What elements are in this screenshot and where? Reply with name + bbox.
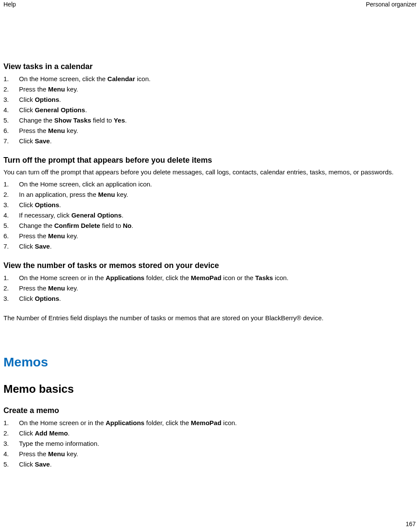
page-number: 167 <box>406 521 416 527</box>
step-number: 2. <box>3 428 19 439</box>
step-number: 3. <box>3 439 19 449</box>
step-item: 4.Press the Menu key. <box>3 449 417 459</box>
bold-term: No <box>123 222 132 229</box>
step-number: 4. <box>3 105 19 115</box>
bold-term: Menu <box>48 127 65 134</box>
step-text: On the Home screen or in the Application… <box>19 418 417 428</box>
step-item: 2.Press the Menu key. <box>3 84 417 95</box>
step-item: 6.Press the Menu key. <box>3 126 417 136</box>
step-text: Type the memo information. <box>19 439 417 449</box>
bold-term: Menu <box>48 450 65 457</box>
section2-intro: You can turn off the prompt that appears… <box>3 167 417 177</box>
bold-term: Add Memo <box>35 429 68 437</box>
section4-title: Create a memo <box>3 406 417 415</box>
step-item: 1.On the Home screen or in the Applicati… <box>3 273 417 283</box>
step-text: Press the Menu key. <box>19 231 417 241</box>
step-item: 3.Click Options. <box>3 95 417 105</box>
step-number: 5. <box>3 459 19 470</box>
step-number: 2. <box>3 189 19 200</box>
step-number: 1. <box>3 418 19 428</box>
step-number: 3. <box>3 200 19 210</box>
chapter-title: Memos <box>3 355 417 369</box>
step-text: Click Options. <box>19 200 417 210</box>
bold-term: Options <box>35 96 60 103</box>
step-number: 6. <box>3 126 19 136</box>
step-text: In an application, press the Menu key. <box>19 189 417 200</box>
step-number: 3. <box>3 293 19 304</box>
step-item: 2.In an application, press the Menu key. <box>3 189 417 200</box>
section1-steps: 1.On the Home screen, click the Calendar… <box>3 74 417 146</box>
step-item: 6.Press the Menu key. <box>3 231 417 241</box>
header-right: Personal organizer <box>366 1 417 8</box>
step-item: 4.Click General Options. <box>3 105 417 115</box>
step-number: 4. <box>3 210 19 221</box>
bold-term: Save <box>35 461 50 468</box>
bold-term: Save <box>35 243 50 250</box>
step-text: Press the Menu key. <box>19 449 417 459</box>
bold-term: Confirm Delete <box>54 222 100 229</box>
header-left: Help <box>3 1 16 8</box>
bold-term: General Options <box>71 211 122 219</box>
bold-term: Options <box>35 201 60 208</box>
page-header: Help Personal organizer <box>3 0 417 8</box>
step-number: 2. <box>3 283 19 293</box>
step-text: Click Options. <box>19 293 417 304</box>
section3-title: View the number of tasks or memos stored… <box>3 261 417 270</box>
step-item: 1.On the Home screen, click an applicati… <box>3 179 417 189</box>
step-number: 4. <box>3 449 19 459</box>
step-item: 4.If necessary, click General Options. <box>3 210 417 221</box>
section3-outro: The Number of Entries field displays the… <box>3 313 417 323</box>
step-text: Change the Show Tasks field to Yes. <box>19 115 417 126</box>
step-item: 2.Click Add Memo. <box>3 428 417 439</box>
step-item: 7.Click Save. <box>3 241 417 252</box>
step-text: Press the Menu key. <box>19 283 417 293</box>
section3-steps: 1.On the Home screen or in the Applicati… <box>3 273 417 304</box>
bold-term: Calendar <box>107 75 135 82</box>
section2-steps: 1.On the Home screen, click an applicati… <box>3 179 417 252</box>
bold-term: Save <box>35 137 50 145</box>
step-text: Press the Menu key. <box>19 126 417 136</box>
page-content: View tasks in a calendar 1.On the Home s… <box>3 8 417 470</box>
bold-term: Tasks <box>255 274 273 281</box>
section1-title: View tasks in a calendar <box>3 62 417 71</box>
bold-term: Menu <box>48 284 65 292</box>
step-number: 6. <box>3 231 19 241</box>
bold-term: Menu <box>98 191 115 198</box>
step-item: 1.On the Home screen, click the Calendar… <box>3 74 417 84</box>
step-text: On the Home screen, click the Calendar i… <box>19 74 417 84</box>
bold-term: Menu <box>48 232 65 240</box>
step-text: Click Save. <box>19 241 417 252</box>
bold-term: Show Tasks <box>54 117 91 124</box>
bold-term: MemoPad <box>191 419 222 426</box>
bold-term: MemoPad <box>191 274 222 281</box>
bold-term: Applications <box>106 274 144 281</box>
step-text: Click Options. <box>19 95 417 105</box>
step-number: 5. <box>3 115 19 126</box>
step-number: 3. <box>3 95 19 105</box>
step-number: 1. <box>3 273 19 283</box>
page-footer: 167 <box>406 521 416 527</box>
step-item: 1.On the Home screen or in the Applicati… <box>3 418 417 428</box>
step-number: 5. <box>3 221 19 231</box>
step-item: 3.Type the memo information. <box>3 439 417 449</box>
step-text: Click Save. <box>19 459 417 470</box>
section2-title: Turn off the prompt that appears before … <box>3 156 417 165</box>
step-text: If necessary, click General Options. <box>19 210 417 221</box>
step-item: 5.Change the Show Tasks field to Yes. <box>3 115 417 126</box>
step-text: Change the Confirm Delete field to No. <box>19 221 417 231</box>
bold-term: General Options <box>35 106 85 114</box>
step-text: Click Save. <box>19 136 417 146</box>
step-text: On the Home screen, click an application… <box>19 179 417 189</box>
bold-term: Options <box>35 295 60 302</box>
step-text: On the Home screen or in the Application… <box>19 273 417 283</box>
bold-term: Yes <box>114 117 125 124</box>
step-number: 1. <box>3 179 19 189</box>
step-number: 7. <box>3 241 19 252</box>
step-item: 7.Click Save. <box>3 136 417 146</box>
step-item: 5.Change the Confirm Delete field to No. <box>3 221 417 231</box>
step-item: 5.Click Save. <box>3 459 417 470</box>
step-text: Click General Options. <box>19 105 417 115</box>
step-number: 7. <box>3 136 19 146</box>
step-item: 3.Click Options. <box>3 200 417 210</box>
step-text: Press the Menu key. <box>19 84 417 95</box>
